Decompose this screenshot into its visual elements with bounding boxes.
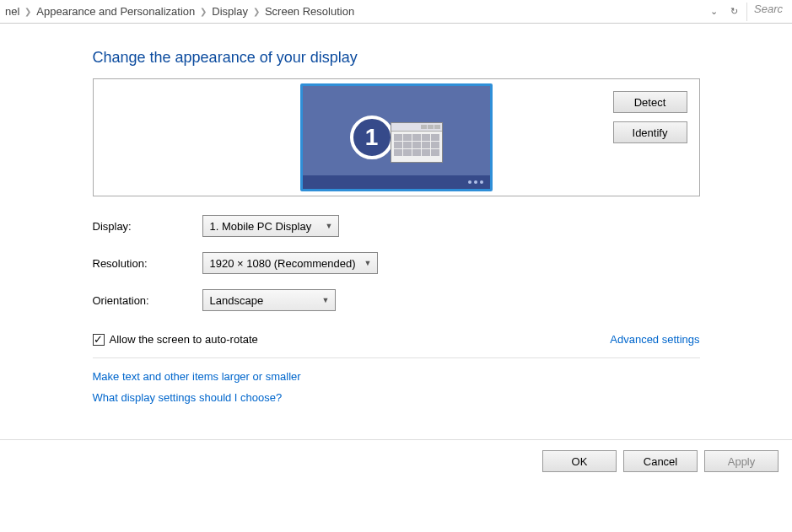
- resolution-label: Resolution:: [93, 257, 202, 270]
- chevron-right-icon: ❯: [200, 7, 207, 16]
- refresh-icon[interactable]: ↻: [726, 4, 741, 19]
- breadcrumb-panel[interactable]: nel: [5, 5, 19, 18]
- display-select[interactable]: 1. Mobile PC Display ▼: [202, 215, 339, 237]
- orientation-select-value: Landscape: [210, 294, 264, 307]
- desktop-icon: [391, 122, 443, 163]
- display-label: Display:: [93, 220, 202, 233]
- apply-button[interactable]: Apply: [704, 450, 779, 472]
- search-input[interactable]: Searc: [746, 3, 787, 21]
- chevron-right-icon: ❯: [253, 7, 260, 16]
- cancel-button[interactable]: Cancel: [623, 450, 698, 472]
- help-link[interactable]: What display settings should I choose?: [93, 391, 700, 404]
- checkmark-icon: ✓: [94, 333, 103, 346]
- detect-button[interactable]: Detect: [613, 91, 687, 113]
- breadcrumb-display[interactable]: Display: [212, 5, 248, 18]
- chevron-down-icon: ▼: [322, 296, 330, 304]
- monitor-number-badge: 1: [350, 116, 394, 159]
- orientation-label: Orientation:: [93, 294, 202, 307]
- text-size-link[interactable]: Make text and other items larger or smal…: [93, 370, 700, 383]
- auto-rotate-label: Allow the screen to auto-rotate: [110, 333, 258, 346]
- page-title: Change the appearance of your display: [93, 49, 700, 67]
- advanced-settings-link[interactable]: Advanced settings: [610, 333, 699, 346]
- orientation-select[interactable]: Landscape ▼: [202, 289, 336, 311]
- dialog-buttons: OK Cancel Apply: [0, 439, 792, 482]
- display-select-value: 1. Mobile PC Display: [210, 220, 312, 233]
- chevron-down-icon: ▼: [364, 259, 372, 267]
- history-dropdown-icon[interactable]: ⌄: [706, 4, 721, 19]
- chevron-down-icon: ▼: [326, 222, 333, 230]
- identify-button[interactable]: Identify: [613, 121, 687, 143]
- ok-button[interactable]: OK: [542, 450, 617, 472]
- breadcrumb[interactable]: nel ❯ Appearance and Personalization ❯ D…: [5, 5, 703, 18]
- display-preview-area: 1 Detect Identify: [93, 78, 700, 196]
- monitor-preview[interactable]: 1: [300, 83, 493, 191]
- resolution-select[interactable]: 1920 × 1080 (Recommended) ▼: [202, 252, 378, 274]
- chevron-right-icon: ❯: [24, 7, 31, 16]
- breadcrumb-appearance[interactable]: Appearance and Personalization: [36, 5, 195, 18]
- address-bar: nel ❯ Appearance and Personalization ❯ D…: [0, 0, 792, 24]
- resolution-select-value: 1920 × 1080 (Recommended): [210, 257, 356, 270]
- auto-rotate-checkbox[interactable]: ✓: [93, 334, 105, 346]
- breadcrumb-screen-resolution[interactable]: Screen Resolution: [265, 5, 354, 18]
